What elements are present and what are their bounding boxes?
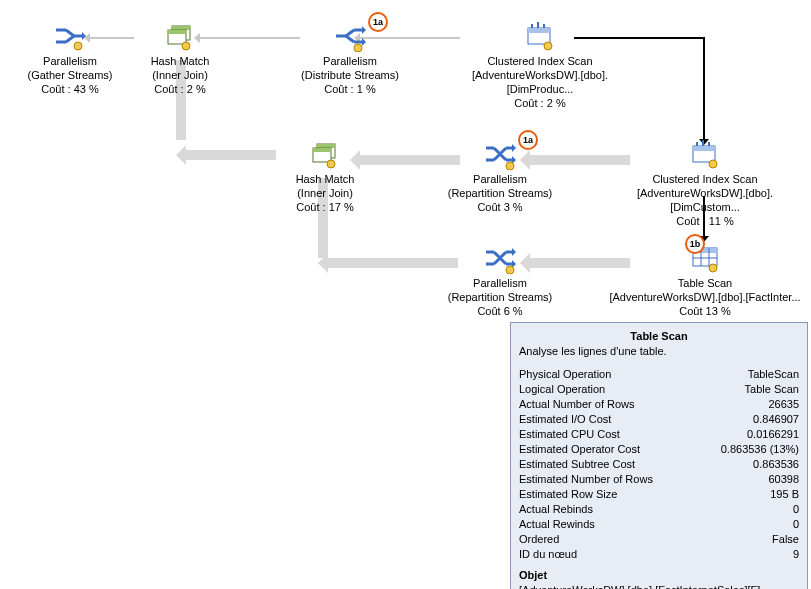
op-subtype: (Distribute Streams) [280,68,420,82]
svg-rect-11 [528,28,550,33]
svg-marker-18 [512,144,516,152]
clustered-index-scan-icon [524,20,556,52]
svg-marker-7 [362,26,366,34]
op-title: Hash Match [255,172,395,186]
op-title: Clustered Index Scan [605,172,805,186]
svg-marker-8 [362,38,366,46]
op-subtype: (Inner Join) [110,68,250,82]
op-title: Parallelism [280,54,420,68]
op-cost: Coût : 2 % [440,96,640,110]
op-cost: Coût 3 % [430,200,570,214]
op-title: Hash Match [110,54,250,68]
op-parallelism-repartition-2[interactable]: Parallelism (Repartition Streams) Coût 6… [430,242,570,318]
svg-point-9 [354,44,362,52]
svg-rect-22 [693,146,715,151]
svg-rect-3 [172,26,190,30]
operator-tooltip: Table Scan Analyse les lignes d'une tabl… [510,322,808,589]
op-subtype: (Repartition Streams) [430,290,570,304]
tooltip-row: Estimated Row Size195 B [519,487,799,502]
tooltip-row: Logical OperationTable Scan [519,382,799,397]
hash-match-icon [309,138,341,170]
tooltip-row: Estimated I/O Cost0.846907 [519,412,799,427]
warning-badge: 1b [685,234,705,254]
svg-marker-24 [512,248,516,256]
op-table-scan[interactable]: 1b Table Scan [AdventureWorksDW].[dbo].[… [605,242,805,318]
op-cost: Coût : 2 % [110,82,250,96]
svg-point-20 [506,162,514,170]
parallelism-icon [484,138,516,170]
svg-rect-14 [317,144,335,148]
op-parallelism-repartition-1[interactable]: 1a Parallelism (Repartition Streams) Coû… [430,138,570,214]
svg-point-17 [327,160,335,168]
tooltip-row: Estimated Number of Rows60398 [519,472,799,487]
svg-point-1 [74,42,82,50]
op-clustered-index-scan-product[interactable]: Clustered Index Scan [AdventureWorksDW].… [440,20,640,110]
tooltip-row: OrderedFalse [519,532,799,547]
op-cost: Coût : 1 % [280,82,420,96]
op-cost: Coût 13 % [605,304,805,318]
op-hash-match-1[interactable]: Hash Match (Inner Join) Coût : 2 % [110,20,250,96]
tooltip-title: Table Scan [519,329,799,344]
op-subtype: (Inner Join) [255,186,395,200]
tooltip-row: Actual Rewinds0 [519,517,799,532]
svg-point-6 [182,42,190,50]
op-title: Parallelism [430,276,570,290]
parallelism-icon [484,242,516,274]
hash-match-icon [164,20,196,52]
warning-badge: 1a [368,12,388,32]
tooltip-row: Estimated CPU Cost0.0166291 [519,427,799,442]
tooltip-row: Actual Rebinds0 [519,502,799,517]
op-title: Parallelism [430,172,570,186]
op-hash-match-2[interactable]: Hash Match (Inner Join) Coût : 17 % [255,138,395,214]
parallelism-icon [54,20,86,52]
op-subtype: [AdventureWorksDW].[dbo].[FactInter... [605,290,805,304]
svg-rect-5 [168,30,186,34]
svg-point-26 [506,266,514,274]
svg-marker-0 [82,32,86,40]
op-subtype: [AdventureWorksDW].[dbo].[DimProduc... [440,68,640,96]
warning-badge: 1a [518,130,538,150]
op-clustered-index-scan-customer[interactable]: Clustered Index Scan [AdventureWorksDW].… [605,138,805,228]
op-cost: Coût : 11 % [605,214,805,228]
svg-point-23 [709,160,717,168]
clustered-index-scan-icon [689,138,721,170]
tooltip-description: Analyse les lignes d'une table. [519,344,799,359]
tooltip-row: ID du nœud9 [519,547,799,562]
tooltip-rows: Physical OperationTableScanLogical Opera… [519,367,799,562]
tooltip-object-label: Objet [519,568,799,583]
svg-point-32 [709,264,717,272]
connector-black [703,37,705,139]
tooltip-object: [AdventureWorksDW].[dbo].[FactInternetSa… [519,583,799,589]
tooltip-row: Physical OperationTableScan [519,367,799,382]
tooltip-row: Actual Number of Rows26635 [519,397,799,412]
op-cost: Coût 6 % [430,304,570,318]
op-cost: Coût : 17 % [255,200,395,214]
op-title: Table Scan [605,276,805,290]
tooltip-row: Estimated Operator Cost0.863536 (13%) [519,442,799,457]
op-parallelism-distribute[interactable]: 1a Parallelism (Distribute Streams) Coût… [280,20,420,96]
op-subtype: [AdventureWorksDW].[dbo].[DimCustom... [605,186,805,214]
svg-point-12 [544,42,552,50]
parallelism-icon [334,20,366,52]
op-subtype: (Repartition Streams) [430,186,570,200]
tooltip-row: Estimated Subtree Cost0.863536 [519,457,799,472]
svg-rect-16 [313,148,331,152]
op-title: Clustered Index Scan [440,54,640,68]
